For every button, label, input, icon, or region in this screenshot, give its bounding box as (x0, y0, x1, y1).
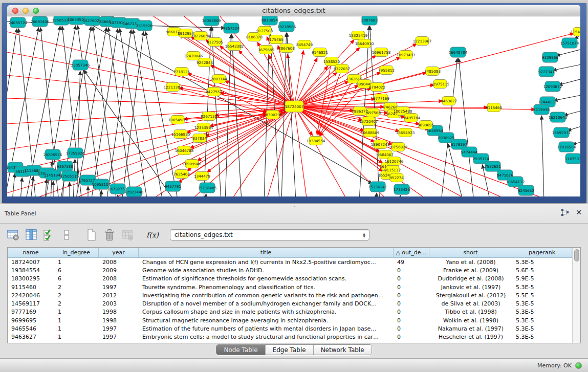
table-cell: 2 (54, 284, 99, 291)
zoom-window-button[interactable] (33, 8, 39, 14)
minimize-window-button[interactable] (23, 8, 29, 14)
table-cell: 0 (394, 284, 429, 291)
network-node-label: 18907243 (371, 142, 390, 147)
tab-node-table[interactable]: Node Table (216, 345, 265, 355)
network-node-label: 11548308 (571, 30, 580, 34)
network-node-label: 10688609 (361, 130, 380, 135)
memory-status-icon[interactable] (575, 362, 582, 369)
table-cell: 1997 (99, 284, 139, 291)
show-column-button[interactable] (24, 228, 38, 242)
network-node-label: 9463627 (441, 99, 457, 103)
table-row[interactable]: 911546021997Tourette syndrome. Phenomeno… (8, 283, 572, 291)
close-panel-button[interactable]: ✕ (576, 209, 582, 216)
network-node-label: 19384554 (307, 139, 325, 143)
column-header-year[interactable]: year (99, 248, 139, 257)
network-node-label: 15716485 (198, 186, 217, 190)
column-header-in_degree[interactable]: in_degree (54, 248, 99, 257)
network-node-label: 2935114 (473, 157, 489, 161)
network-node-label: 10654985 (168, 118, 187, 122)
network-node-label: 16648784 (449, 50, 468, 55)
network-node-label: 10958107 (92, 182, 111, 187)
select-all-button[interactable] (42, 228, 56, 242)
new-table-button[interactable] (84, 228, 99, 242)
table-cell: 6 (54, 267, 99, 274)
column-header-title[interactable]: title (139, 248, 394, 257)
delete-rows-button[interactable] (102, 228, 117, 242)
deselect-all-button[interactable] (60, 228, 74, 242)
table-cell: Dudbridge et al. (2008) (429, 275, 512, 282)
tab-network-table[interactable]: Network Table (314, 345, 372, 355)
network-node-label: 12353594 (194, 125, 213, 130)
table-cell: 5.3E-5 (512, 284, 572, 291)
column-header-name[interactable]: name (8, 248, 54, 257)
network-node-label: 9127508 (256, 29, 273, 33)
table-row[interactable]: 946362711997Embryonic stem cells: a mode… (8, 333, 572, 341)
table-cell: Investigating the contribution of common… (139, 292, 394, 299)
table-row[interactable]: 969969511998Structural magnetic resonanc… (8, 316, 572, 324)
column-header-pagerank[interactable]: pagerank (512, 248, 572, 257)
network-node-label: 9699695 (418, 123, 434, 127)
table-row[interactable]: 946554611997Estimation of the future num… (8, 324, 572, 333)
table-row[interactable]: 1830029562008Estimation of significance … (8, 275, 572, 283)
network-node-label: 8813054 (262, 18, 278, 23)
network-node-label: 23057346 (71, 63, 90, 68)
table-cell: Hescheler et al. (1997) (429, 334, 512, 340)
table-header-row: namein_degreeyeartitle△ out_de…shortpage… (8, 248, 572, 258)
table-row[interactable]: 1872400712008Changes of HCN gene express… (8, 258, 572, 266)
table-cell: Franke et al. (2009) (429, 267, 512, 274)
network-node-label: 16909948 (183, 162, 202, 166)
network-node-label: 12923448 (125, 190, 144, 194)
network-node-label: 22420046 (184, 54, 203, 58)
network-canvas[interactable]: 2405572420691406195053391065352715276021… (7, 16, 580, 196)
table-scrollbar[interactable] (572, 248, 580, 343)
network-node-label: 9115132 (384, 168, 401, 172)
network-node-label: 9329966 (542, 55, 558, 60)
table-cell: 18300295 (8, 275, 54, 282)
table-cell: Yano et al. (2008) (429, 259, 512, 266)
table-cell: 5.5E-5 (512, 292, 572, 299)
network-view[interactable]: 2405572420691406195053391065352715276021… (7, 16, 580, 196)
table-cell: Tourette syndrome. Phenomenology and cla… (139, 284, 394, 291)
table-cell: Wolkin et al. (1998) (429, 317, 512, 324)
column-header-out_de[interactable]: △ out_de… (394, 248, 429, 257)
table-cell: 1997 (99, 325, 139, 332)
table-row[interactable]: 2242004622012Investigating the contribut… (8, 291, 572, 299)
table-cell: 0 (394, 325, 429, 332)
network-node-label: 6794022 (369, 85, 385, 90)
network-node-label: 12505115 (60, 174, 79, 179)
table-cell: 5.3E-5 (512, 325, 572, 332)
node-table: namein_degreeyeartitle△ out_de…shortpage… (7, 247, 581, 343)
table-row[interactable]: 1456911722003Disruption of a novel membe… (8, 299, 572, 308)
network-node-label: 18300295 (264, 113, 282, 117)
network-node-label: 15751074 (560, 41, 579, 46)
table-selector-dropdown[interactable]: citations_edges.txt ▲▼ (170, 229, 369, 240)
table-cell: 18724007 (8, 259, 54, 266)
column-header-short[interactable]: short (429, 248, 512, 257)
panel-splitter-handle[interactable]: ▴ (294, 205, 298, 207)
network-node-label: 12975115 (431, 82, 450, 86)
table-row[interactable]: 1938455462009Genome-wide association stu… (8, 266, 572, 274)
table-row[interactable]: 977716911998Corpus callosum shape and si… (8, 308, 572, 316)
network-node-label: 16046788 (175, 148, 194, 153)
network-node-label: 1588520 (323, 59, 340, 64)
window-titlebar[interactable]: citations_edges.txt (7, 5, 580, 16)
table-cell: 5.9E-5 (512, 275, 572, 282)
table-cell: 14569117 (8, 300, 54, 307)
function-builder-button[interactable]: f(x) (145, 228, 159, 242)
network-node-label: 1733426 (394, 187, 410, 192)
scrollbar-thumb[interactable] (574, 249, 579, 261)
window-title: citations_edges.txt (7, 7, 580, 14)
network-node-label: 7857224 (223, 26, 239, 31)
close-window-button[interactable] (12, 8, 18, 14)
float-panel-button[interactable] (561, 209, 569, 216)
table-cell: Jankovic et al. (1997) (429, 284, 512, 291)
table-cell: 2009 (99, 267, 139, 274)
table-options-button[interactable] (6, 228, 20, 242)
network-node-label: 18226058 (191, 34, 210, 38)
network-node-label: 16053809 (202, 18, 221, 23)
table-cell: 2008 (99, 259, 139, 266)
delete-table-button[interactable] (120, 228, 135, 242)
tab-edge-table[interactable]: Edge Table (266, 345, 314, 355)
table-cell: 6 (54, 275, 99, 282)
table-cell: 9463627 (8, 334, 54, 340)
